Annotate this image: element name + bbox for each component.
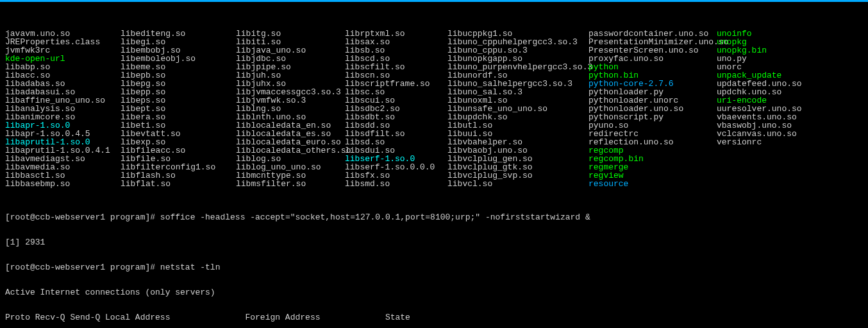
ls-column: javavm.uno.soJREProperties.classjvmfwk3r…: [5, 30, 121, 188]
ls-entry: [717, 155, 832, 163]
ls-column: passwordcontainer.uno.soPresentationMini…: [588, 30, 717, 188]
ls-column: librptxml.solibsax.solibsb.solibscd.soli…: [345, 30, 447, 188]
command-line-2: [root@ccb-webserver1 program]# netstat -…: [5, 263, 863, 272]
command-text: soffice -headless -accept="socket,host=1…: [160, 212, 590, 222]
prompt: [root@ccb-webserver1 program]#: [5, 263, 160, 272]
ls-column: libitg.solibiti.solibjava_uno.solibjdbc.…: [236, 30, 345, 188]
ls-output: javavm.uno.soJREProperties.classjvmfwk3r…: [5, 30, 863, 188]
ls-column: unoinfounopkgunopkg.binuno.pyunorcunpack…: [717, 30, 832, 188]
ls-entry: libvcl.so: [447, 180, 588, 188]
ls-column: libediteng.solibegi.solibembobj.solibemb…: [121, 30, 236, 188]
command-line-1: [root@ccb-webserver1 program]# soffice -…: [5, 213, 863, 221]
ls-entry: versionrc: [717, 138, 832, 146]
ls-entry: libsmd.so: [345, 180, 447, 188]
terminal-viewport[interactable]: javavm.uno.soJREProperties.classjvmfwk3r…: [0, 2, 868, 328]
ls-entry: libmsfilter.so: [236, 180, 345, 188]
netstat-header: Proto Recv-Q Send-Q Local Address Foreig…: [5, 313, 863, 322]
ls-entry: [717, 163, 832, 171]
ls-entry: [717, 171, 832, 180]
ls-entry: libbasebmp.so: [5, 180, 121, 188]
prompt: [root@ccb-webserver1 program]#: [5, 212, 160, 222]
ls-column: libucppkg1.solibuno_cppuhelpergcc3.so.3l…: [447, 30, 588, 188]
command-text: netstat -tln: [160, 263, 221, 272]
ls-entry: [717, 180, 832, 188]
background-job: [1] 2931: [5, 238, 863, 246]
ls-entry: libflat.so: [121, 180, 236, 188]
ls-entry: resource: [588, 180, 717, 188]
netstat-title: Active Internet connections (only server…: [5, 288, 863, 297]
ls-entry: [717, 146, 832, 155]
